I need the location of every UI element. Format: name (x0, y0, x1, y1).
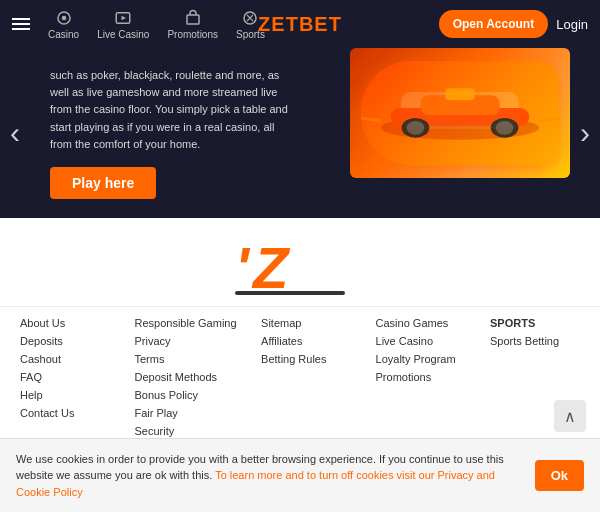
footer-link-help[interactable]: Help (20, 389, 110, 401)
svg-line-14 (361, 118, 381, 121)
nav-live-casino[interactable]: Live Casino (97, 9, 149, 40)
footer-link-security[interactable]: Security (134, 425, 236, 437)
footer-link-bonus[interactable]: Bonus Policy (134, 389, 236, 401)
footer-link-privacy[interactable]: Privacy (134, 335, 236, 347)
scroll-up-button[interactable]: ∧ (554, 400, 586, 432)
nav-casino[interactable]: Casino (48, 9, 79, 40)
footer-link-fairplay[interactable]: Fair Play (134, 407, 236, 419)
hero-section: ‹ such as poker, blackjack, roulette and… (0, 48, 600, 218)
header-auth: Open Account Login (439, 10, 588, 38)
hero-prev-arrow[interactable]: ‹ (10, 116, 20, 150)
footer-link-casino-games[interactable]: Casino Games (376, 317, 466, 329)
footer-link-live-casino[interactable]: Live Casino (376, 335, 466, 347)
footer-link-faq[interactable]: FAQ (20, 371, 110, 383)
footer-col-3: Sitemap Affiliates Betting Rules (261, 317, 351, 437)
svg-marker-3 (122, 15, 127, 20)
login-button[interactable]: Login (556, 17, 588, 32)
hero-content: such as poker, blackjack, roulette and m… (0, 48, 310, 218)
footer-link-betting-rules[interactable]: Betting Rules (261, 353, 351, 365)
cookie-text: We use cookies in order to provide you w… (16, 451, 523, 501)
footer-link-cashout[interactable]: Cashout (20, 353, 110, 365)
footer-link-contact[interactable]: Contact Us (20, 407, 110, 419)
footer-link-sitemap[interactable]: Sitemap (261, 317, 351, 329)
footer-link-sports[interactable]: SPORTS (490, 317, 580, 329)
footer-logo-area: ' Z (0, 218, 600, 307)
footer-link-promotions[interactable]: Promotions (376, 371, 466, 383)
footer-link-sports-betting[interactable]: Sports Betting (490, 335, 580, 347)
svg-text:': ' (235, 236, 251, 296)
footer-col-2: Responsible Gaming Privacy Terms Deposit… (134, 317, 236, 437)
footer-link-about[interactable]: About Us (20, 317, 110, 329)
svg-rect-13 (445, 88, 475, 100)
footer-link-deposits[interactable]: Deposits (20, 335, 110, 347)
footer-link-deposit-methods[interactable]: Deposit Methods (134, 371, 236, 383)
footer-link-loyalty[interactable]: Loyalty Program (376, 353, 466, 365)
footer-link-terms[interactable]: Terms (134, 353, 236, 365)
open-account-button[interactable]: Open Account (439, 10, 549, 38)
hero-next-arrow[interactable]: › (580, 116, 590, 150)
header: Casino Live Casino Promotions Sports ZET… (0, 0, 600, 48)
svg-rect-18 (235, 291, 345, 295)
svg-text:Z: Z (251, 236, 291, 296)
footer-logo: ' Z (235, 236, 365, 296)
svg-rect-4 (187, 15, 199, 24)
play-here-button[interactable]: Play here (50, 167, 156, 199)
svg-line-15 (539, 118, 559, 121)
footer-col-4: Casino Games Live Casino Loyalty Program… (376, 317, 466, 437)
hero-text: such as poker, blackjack, roulette and m… (50, 67, 290, 152)
footer-links: About Us Deposits Cashout FAQ Help Conta… (0, 307, 600, 445)
svg-point-10 (407, 121, 425, 135)
hamburger-menu[interactable] (12, 18, 30, 30)
site-logo: ZETBET (258, 13, 342, 36)
footer-link-responsible[interactable]: Responsible Gaming (134, 317, 236, 329)
svg-point-1 (61, 15, 66, 20)
cookie-banner: We use cookies in order to provide you w… (0, 438, 600, 513)
nav-promotions[interactable]: Promotions (167, 9, 218, 40)
cookie-ok-button[interactable]: Ok (535, 460, 584, 491)
svg-point-12 (496, 121, 514, 135)
footer-link-affiliates[interactable]: Affiliates (261, 335, 351, 347)
header-nav-left: Casino Live Casino Promotions Sports (12, 9, 265, 40)
footer-col-1: About Us Deposits Cashout FAQ Help Conta… (20, 317, 110, 437)
hero-car-graphic (361, 61, 559, 165)
hero-image (350, 48, 570, 178)
